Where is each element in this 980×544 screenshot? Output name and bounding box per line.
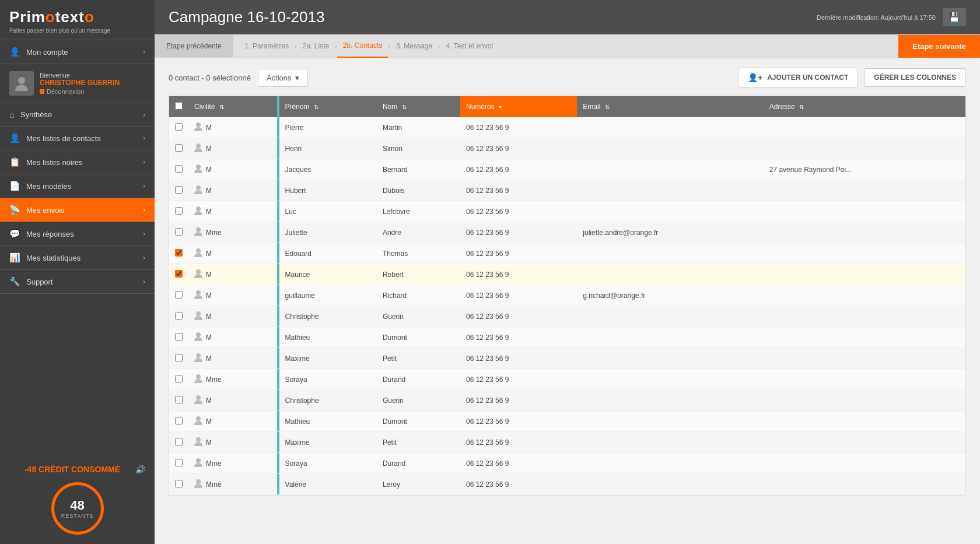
row-nom: Dubois bbox=[377, 180, 460, 201]
sidebar-item-reponses[interactable]: 💬Mes réponses › bbox=[0, 222, 155, 246]
svg-point-14 bbox=[196, 395, 201, 400]
sort-icon-nom: ⇅ bbox=[402, 104, 407, 110]
sidebar-item-mon-compte[interactable]: 👤 Mon compte › bbox=[0, 40, 155, 64]
row-checkbox-cell[interactable] bbox=[169, 285, 188, 306]
row-checkbox-cell[interactable] bbox=[169, 222, 188, 243]
home-icon: ⌂ bbox=[9, 110, 15, 120]
row-checkbox-cell[interactable] bbox=[169, 306, 188, 327]
logo-tagline: Faites passer bien plus qu'un message bbox=[9, 27, 145, 34]
table-row: M Henri Simon 06 12 23 56 9 bbox=[169, 138, 965, 159]
svg-point-6 bbox=[196, 227, 201, 232]
prev-step-button[interactable]: Etape précédente bbox=[155, 35, 233, 57]
row-prenom: Mathieu bbox=[279, 411, 377, 432]
row-prenom: Hubert bbox=[279, 180, 377, 201]
chevron-right-icon: › bbox=[143, 182, 145, 190]
row-checkbox-cell[interactable] bbox=[169, 201, 188, 222]
row-checkbox[interactable] bbox=[175, 270, 183, 278]
row-checkbox[interactable] bbox=[175, 354, 183, 362]
save-button[interactable]: 💾 bbox=[943, 8, 966, 26]
select-all-header[interactable] bbox=[169, 96, 188, 117]
row-checkbox-cell[interactable] bbox=[169, 369, 188, 390]
row-checkbox-cell[interactable] bbox=[169, 243, 188, 264]
step-parametres[interactable]: 1. Paramètres bbox=[239, 35, 295, 57]
row-checkbox[interactable] bbox=[175, 123, 183, 131]
toolbar-right: 👤+ AJOUTER UN CONTACT GÉRER LES COLONNES bbox=[738, 68, 966, 87]
col-header-adresse[interactable]: Adresse ⇅ bbox=[764, 96, 965, 117]
row-checkbox-cell[interactable] bbox=[169, 474, 188, 495]
person-icon bbox=[194, 395, 202, 406]
person-icon bbox=[194, 311, 202, 322]
row-checkbox[interactable] bbox=[175, 249, 183, 257]
row-checkbox[interactable] bbox=[175, 417, 183, 424]
row-adresse bbox=[764, 369, 965, 390]
step-message[interactable]: 3. Message bbox=[390, 35, 438, 57]
row-checkbox[interactable] bbox=[175, 459, 183, 466]
chevron-right-icon: › bbox=[143, 206, 145, 214]
row-checkbox-cell[interactable] bbox=[169, 327, 188, 348]
col-header-prenom[interactable]: Prénom ⇅ bbox=[279, 96, 377, 117]
row-email bbox=[577, 327, 763, 348]
user-icon: 👤 bbox=[9, 47, 20, 57]
sidebar-item-envois[interactable]: 📡Mes envois › bbox=[0, 198, 155, 222]
row-checkbox[interactable] bbox=[175, 375, 183, 382]
row-checkbox-cell[interactable] bbox=[169, 180, 188, 201]
sidebar-item-modeles[interactable]: 📄Mes modèles › bbox=[0, 174, 155, 198]
row-adresse bbox=[764, 432, 965, 453]
row-checkbox-cell[interactable] bbox=[169, 390, 188, 411]
chevron-right-icon: › bbox=[143, 254, 145, 262]
row-civilite: M bbox=[188, 432, 277, 453]
actions-button[interactable]: Actions ▾ bbox=[258, 69, 308, 87]
row-checkbox[interactable] bbox=[175, 333, 183, 341]
col-header-civilite[interactable]: Civilité ⇅ bbox=[188, 96, 277, 117]
row-checkbox-cell[interactable] bbox=[169, 453, 188, 474]
row-civilite: Mme bbox=[188, 369, 277, 390]
add-contact-label: AJOUTER UN CONTACT bbox=[767, 73, 848, 82]
col-header-email[interactable]: Email ⇅ bbox=[577, 96, 763, 117]
sidebar-item-statistiques[interactable]: 📊Mes statistiques › bbox=[0, 246, 155, 270]
sort-icon-prenom: ⇅ bbox=[314, 104, 318, 110]
row-checkbox[interactable] bbox=[175, 165, 183, 173]
row-prenom: Pierre bbox=[279, 117, 377, 138]
sidebar-item-support[interactable]: 🔧Support › bbox=[0, 270, 155, 294]
person-icon bbox=[194, 290, 202, 301]
step-test-envoi[interactable]: 4. Test et envoi bbox=[440, 35, 499, 57]
row-checkbox-cell[interactable] bbox=[169, 348, 188, 369]
row-checkbox-cell[interactable] bbox=[169, 117, 188, 138]
sidebar-item-listes-noires[interactable]: 📋Mes listes noires › bbox=[0, 150, 155, 174]
speaker-icon[interactable]: 🔊 bbox=[135, 465, 145, 474]
person-icon bbox=[194, 227, 202, 238]
row-checkbox-cell[interactable] bbox=[169, 432, 188, 453]
row-checkbox[interactable] bbox=[175, 207, 183, 215]
sidebar-item-synthese[interactable]: ⌂Synthèse › bbox=[0, 103, 155, 127]
person-icon bbox=[194, 185, 202, 196]
step-liste[interactable]: 2a. Liste bbox=[297, 35, 335, 57]
row-checkbox[interactable] bbox=[175, 312, 183, 320]
row-checkbox-cell[interactable] bbox=[169, 264, 188, 285]
col-header-numeros[interactable]: Numéros ▾ bbox=[460, 96, 577, 117]
next-step-button[interactable]: Etape suivante bbox=[898, 35, 980, 58]
person-icon bbox=[194, 143, 202, 154]
manage-columns-button[interactable]: GÉRER LES COLONNES bbox=[864, 68, 966, 87]
row-checkbox[interactable] bbox=[175, 291, 183, 299]
select-all-checkbox[interactable] bbox=[175, 102, 183, 110]
row-checkbox-cell[interactable] bbox=[169, 159, 188, 180]
row-checkbox[interactable] bbox=[175, 228, 183, 236]
row-numero: 06 12 23 56 9 bbox=[460, 264, 577, 285]
row-checkbox[interactable] bbox=[175, 144, 183, 152]
chevron-right-icon: › bbox=[143, 278, 145, 286]
row-numero: 06 12 23 56 9 bbox=[460, 306, 577, 327]
step-contacts[interactable]: 2b. Contacts bbox=[337, 34, 388, 58]
row-checkbox[interactable] bbox=[175, 480, 183, 487]
row-checkbox[interactable] bbox=[175, 186, 183, 194]
deconnexion-link[interactable]: Déconnexion bbox=[40, 88, 120, 95]
row-checkbox[interactable] bbox=[175, 438, 183, 445]
col-header-nom[interactable]: Nom ⇅ bbox=[377, 96, 460, 117]
add-contact-button[interactable]: 👤+ AJOUTER UN CONTACT bbox=[738, 68, 858, 87]
row-checkbox[interactable] bbox=[175, 396, 183, 403]
row-checkbox-cell[interactable] bbox=[169, 411, 188, 432]
row-checkbox-cell[interactable] bbox=[169, 138, 188, 159]
sidebar-item-listes-contacts[interactable]: 👤Mes listes de contacts › bbox=[0, 127, 155, 150]
row-numero: 06 12 23 56 9 bbox=[460, 411, 577, 432]
table-row: Mme Soraya Durand 06 12 23 56 9 bbox=[169, 453, 965, 474]
actions-dropdown-icon: ▾ bbox=[295, 73, 299, 82]
